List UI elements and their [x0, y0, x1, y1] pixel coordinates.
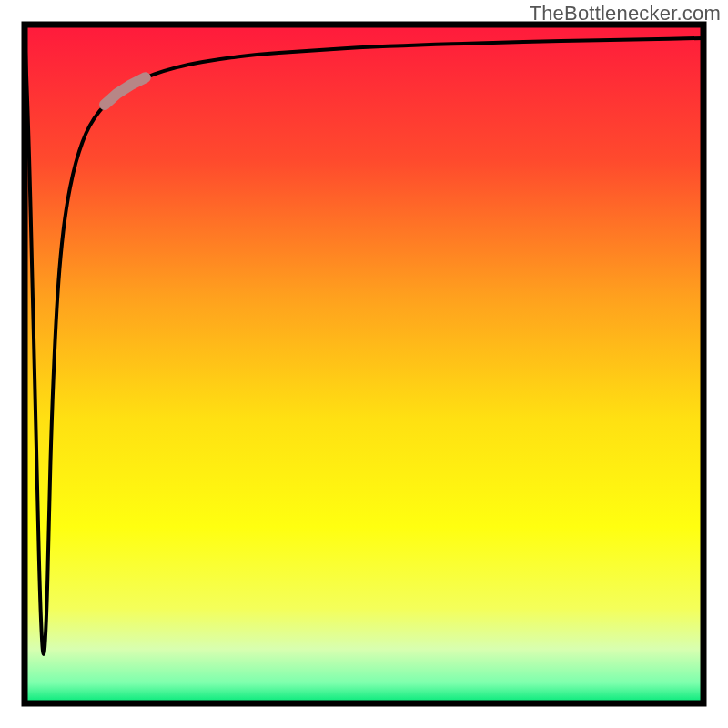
plot-background [25, 25, 703, 703]
watermark-text: TheBottlenecker.com [530, 2, 721, 25]
chart-container: TheBottlenecker.com [0, 0, 728, 728]
chart-svg [0, 0, 728, 728]
